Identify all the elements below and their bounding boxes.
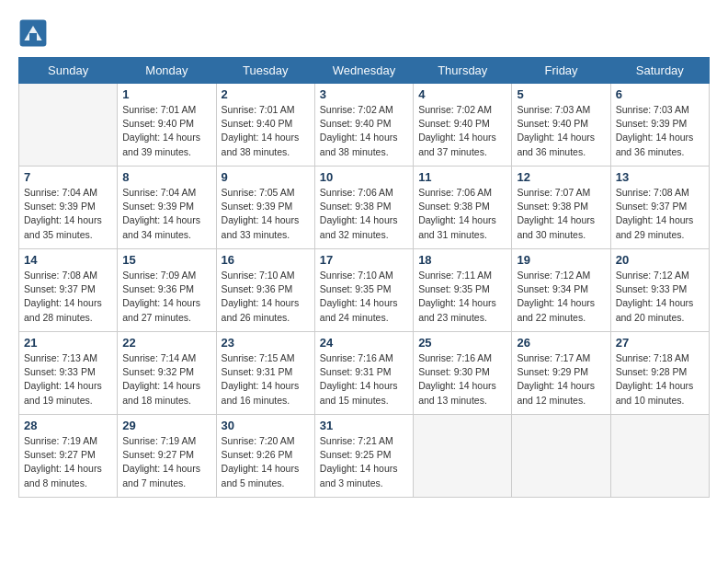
day-number: 20: [616, 253, 704, 267]
calendar-cell: 2Sunrise: 7:01 AM Sunset: 9:40 PM Daylig…: [216, 84, 314, 167]
calendar-table: SundayMondayTuesdayWednesdayThursdayFrid…: [18, 57, 710, 498]
calendar-cell: 23Sunrise: 7:15 AM Sunset: 9:31 PM Dayli…: [216, 332, 314, 415]
day-number: 24: [320, 336, 408, 350]
week-row-2: 7Sunrise: 7:04 AM Sunset: 9:39 PM Daylig…: [19, 167, 710, 249]
logo: [18, 18, 51, 48]
calendar-cell: 7Sunrise: 7:04 AM Sunset: 9:39 PM Daylig…: [19, 167, 118, 249]
calendar-header-row: SundayMondayTuesdayWednesdayThursdayFrid…: [19, 58, 710, 84]
calendar-cell: [414, 415, 512, 498]
day-header-wednesday: Wednesday: [314, 58, 413, 84]
calendar-cell: 16Sunrise: 7:10 AM Sunset: 9:36 PM Dayli…: [216, 249, 314, 332]
calendar-cell: 5Sunrise: 7:03 AM Sunset: 9:40 PM Daylig…: [512, 84, 610, 167]
cell-info: Sunrise: 7:13 AM Sunset: 9:33 PM Dayligh…: [24, 351, 112, 408]
calendar-cell: 18Sunrise: 7:11 AM Sunset: 9:35 PM Dayli…: [414, 249, 512, 332]
week-row-5: 28Sunrise: 7:19 AM Sunset: 9:27 PM Dayli…: [19, 415, 710, 498]
cell-info: Sunrise: 7:04 AM Sunset: 9:39 PM Dayligh…: [122, 186, 210, 242]
calendar-cell: 13Sunrise: 7:08 AM Sunset: 9:37 PM Dayli…: [610, 167, 709, 249]
day-number: 14: [24, 253, 112, 267]
week-row-4: 21Sunrise: 7:13 AM Sunset: 9:33 PM Dayli…: [19, 332, 710, 415]
calendar-cell: 24Sunrise: 7:16 AM Sunset: 9:31 PM Dayli…: [314, 332, 413, 415]
cell-info: Sunrise: 7:20 AM Sunset: 9:26 PM Dayligh…: [222, 434, 310, 490]
day-number: 17: [320, 253, 408, 267]
day-number: 29: [122, 419, 210, 432]
cell-info: Sunrise: 7:10 AM Sunset: 9:36 PM Dayligh…: [222, 269, 310, 325]
calendar-cell: 11Sunrise: 7:06 AM Sunset: 9:38 PM Dayli…: [414, 167, 512, 249]
day-header-saturday: Saturday: [610, 58, 709, 84]
cell-info: Sunrise: 7:06 AM Sunset: 9:38 PM Dayligh…: [418, 186, 506, 242]
cell-info: Sunrise: 7:11 AM Sunset: 9:35 PM Dayligh…: [418, 269, 506, 325]
cell-info: Sunrise: 7:21 AM Sunset: 9:25 PM Dayligh…: [320, 434, 408, 490]
calendar-cell: 4Sunrise: 7:02 AM Sunset: 9:40 PM Daylig…: [414, 84, 512, 167]
day-number: 18: [418, 253, 506, 267]
day-number: 27: [616, 336, 704, 350]
calendar-cell: [512, 415, 610, 498]
day-number: 26: [517, 336, 605, 350]
cell-info: Sunrise: 7:12 AM Sunset: 9:34 PM Dayligh…: [517, 269, 605, 325]
day-header-friday: Friday: [512, 58, 610, 84]
page-header: [18, 18, 710, 48]
day-number: 28: [24, 419, 112, 432]
day-number: 9: [222, 170, 310, 184]
day-number: 4: [418, 87, 506, 101]
day-number: 12: [517, 170, 605, 184]
cell-info: Sunrise: 7:10 AM Sunset: 9:35 PM Dayligh…: [320, 269, 408, 325]
day-number: 19: [517, 253, 605, 267]
svg-rect-2: [29, 33, 37, 40]
cell-info: Sunrise: 7:01 AM Sunset: 9:40 PM Dayligh…: [122, 103, 210, 159]
cell-info: Sunrise: 7:07 AM Sunset: 9:38 PM Dayligh…: [517, 186, 605, 242]
day-number: 21: [24, 336, 112, 350]
day-number: 16: [222, 253, 310, 267]
week-row-1: 1Sunrise: 7:01 AM Sunset: 9:40 PM Daylig…: [19, 84, 710, 167]
day-number: 5: [517, 87, 605, 101]
day-number: 15: [122, 253, 210, 267]
day-header-monday: Monday: [118, 58, 216, 84]
day-number: 23: [222, 336, 310, 350]
calendar-cell: 21Sunrise: 7:13 AM Sunset: 9:33 PM Dayli…: [19, 332, 118, 415]
calendar-cell: 14Sunrise: 7:08 AM Sunset: 9:37 PM Dayli…: [19, 249, 118, 332]
day-number: 30: [222, 419, 310, 432]
day-number: 25: [418, 336, 506, 350]
cell-info: Sunrise: 7:02 AM Sunset: 9:40 PM Dayligh…: [320, 103, 408, 159]
calendar-cell: 19Sunrise: 7:12 AM Sunset: 9:34 PM Dayli…: [512, 249, 610, 332]
cell-info: Sunrise: 7:08 AM Sunset: 9:37 PM Dayligh…: [616, 186, 704, 242]
calendar-cell: [19, 84, 118, 167]
calendar-cell: 20Sunrise: 7:12 AM Sunset: 9:33 PM Dayli…: [610, 249, 709, 332]
calendar-body: 1Sunrise: 7:01 AM Sunset: 9:40 PM Daylig…: [19, 84, 710, 498]
day-number: 1: [122, 87, 210, 101]
cell-info: Sunrise: 7:19 AM Sunset: 9:27 PM Dayligh…: [24, 434, 112, 490]
day-number: 31: [320, 419, 408, 432]
calendar-cell: 12Sunrise: 7:07 AM Sunset: 9:38 PM Dayli…: [512, 167, 610, 249]
cell-info: Sunrise: 7:01 AM Sunset: 9:40 PM Dayligh…: [222, 103, 310, 159]
cell-info: Sunrise: 7:19 AM Sunset: 9:27 PM Dayligh…: [122, 434, 210, 490]
calendar-cell: 29Sunrise: 7:19 AM Sunset: 9:27 PM Dayli…: [118, 415, 216, 498]
cell-info: Sunrise: 7:02 AM Sunset: 9:40 PM Dayligh…: [418, 103, 506, 159]
calendar-cell: 22Sunrise: 7:14 AM Sunset: 9:32 PM Dayli…: [118, 332, 216, 415]
day-number: 10: [320, 170, 408, 184]
day-number: 7: [24, 170, 112, 184]
calendar-cell: 9Sunrise: 7:05 AM Sunset: 9:39 PM Daylig…: [216, 167, 314, 249]
cell-info: Sunrise: 7:03 AM Sunset: 9:39 PM Dayligh…: [616, 103, 704, 159]
cell-info: Sunrise: 7:18 AM Sunset: 9:28 PM Dayligh…: [616, 351, 704, 408]
calendar-cell: 27Sunrise: 7:18 AM Sunset: 9:28 PM Dayli…: [610, 332, 709, 415]
cell-info: Sunrise: 7:16 AM Sunset: 9:31 PM Dayligh…: [320, 351, 408, 408]
cell-info: Sunrise: 7:17 AM Sunset: 9:29 PM Dayligh…: [517, 351, 605, 408]
day-number: 13: [616, 170, 704, 184]
calendar-cell: 17Sunrise: 7:10 AM Sunset: 9:35 PM Dayli…: [314, 249, 413, 332]
cell-info: Sunrise: 7:08 AM Sunset: 9:37 PM Dayligh…: [24, 269, 112, 325]
calendar-cell: 10Sunrise: 7:06 AM Sunset: 9:38 PM Dayli…: [314, 167, 413, 249]
day-number: 22: [122, 336, 210, 350]
cell-info: Sunrise: 7:14 AM Sunset: 9:32 PM Dayligh…: [122, 351, 210, 408]
calendar-cell: 26Sunrise: 7:17 AM Sunset: 9:29 PM Dayli…: [512, 332, 610, 415]
day-header-tuesday: Tuesday: [216, 58, 314, 84]
cell-info: Sunrise: 7:04 AM Sunset: 9:39 PM Dayligh…: [24, 186, 112, 242]
day-number: 2: [222, 87, 310, 101]
calendar-cell: 8Sunrise: 7:04 AM Sunset: 9:39 PM Daylig…: [118, 167, 216, 249]
logo-icon: [18, 18, 48, 48]
day-number: 8: [122, 170, 210, 184]
calendar-cell: 25Sunrise: 7:16 AM Sunset: 9:30 PM Dayli…: [414, 332, 512, 415]
cell-info: Sunrise: 7:06 AM Sunset: 9:38 PM Dayligh…: [320, 186, 408, 242]
cell-info: Sunrise: 7:09 AM Sunset: 9:36 PM Dayligh…: [122, 269, 210, 325]
cell-info: Sunrise: 7:12 AM Sunset: 9:33 PM Dayligh…: [616, 269, 704, 325]
calendar-cell: 28Sunrise: 7:19 AM Sunset: 9:27 PM Dayli…: [19, 415, 118, 498]
day-number: 3: [320, 87, 408, 101]
